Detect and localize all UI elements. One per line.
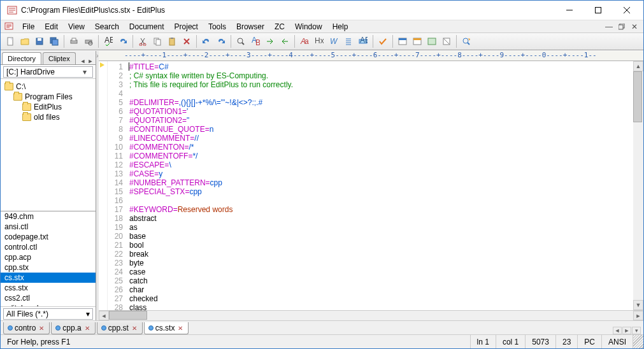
redo-button-2[interactable] xyxy=(214,34,228,48)
toolbar: ABC AB Aa Hx W AB xyxy=(1,32,643,50)
statusbar: For Help, press F1 ln 1 col 1 5073 23 PC… xyxy=(1,334,643,348)
save-button[interactable] xyxy=(32,34,47,48)
menu-view[interactable]: View xyxy=(63,21,90,32)
close-button[interactable] xyxy=(612,1,641,19)
close-icon[interactable]: ✕ xyxy=(132,325,137,332)
vertical-scrollbar[interactable]: ▲ ▼ xyxy=(633,61,643,310)
menu-help[interactable]: Help xyxy=(327,21,354,32)
scroll-left-button[interactable]: ◄ xyxy=(99,311,109,320)
menu-window[interactable]: Window xyxy=(290,21,327,32)
replace-button[interactable]: AB xyxy=(248,34,262,48)
file-icon xyxy=(8,325,13,331)
status-help: For Help, press F1 xyxy=(1,335,471,348)
open-file-button[interactable] xyxy=(18,34,32,48)
save-all-button[interactable] xyxy=(47,34,61,48)
close-icon[interactable]: ✕ xyxy=(39,325,44,332)
tree-item[interactable]: old files xyxy=(2,112,94,122)
redo-button[interactable] xyxy=(116,34,130,48)
browser-button[interactable] xyxy=(396,34,410,48)
svg-text:AB: AB xyxy=(360,37,368,45)
browser-2-button[interactable] xyxy=(410,34,424,48)
vscroll-thumb[interactable] xyxy=(633,71,642,122)
tree-item[interactable]: EditPlus xyxy=(2,102,94,112)
doctab-csstx[interactable]: cs.stx✕ xyxy=(144,322,189,334)
doctab-cppst[interactable]: cpp.st✕ xyxy=(97,322,143,334)
doctab-scroll-left[interactable]: ◄ xyxy=(613,327,622,334)
folder-tree[interactable]: C:\Program FilesEditPlusold files xyxy=(1,79,96,211)
horizontal-scrollbar[interactable]: ◄ ► xyxy=(99,310,643,320)
menu-tools[interactable]: Tools xyxy=(203,21,231,32)
file-row[interactable]: codepage.txt xyxy=(1,232,96,242)
check-button[interactable] xyxy=(376,34,390,48)
tab-scroll-right[interactable]: ► xyxy=(87,58,94,64)
ruler-button[interactable]: AB xyxy=(356,34,370,48)
resize-grip[interactable] xyxy=(633,335,643,348)
scroll-up-button[interactable]: ▲ xyxy=(633,61,643,71)
drive-select[interactable]: [C:] HardDrive▾ xyxy=(3,66,93,78)
file-list[interactable]: 949.chmansi.ctlcodepage.txtcontrol.ctlcp… xyxy=(1,211,96,306)
file-row[interactable]: css2.ctl xyxy=(1,293,96,303)
menu-browser[interactable]: Browser xyxy=(231,21,269,32)
copy-button[interactable] xyxy=(150,34,164,48)
file-row[interactable]: css.stx xyxy=(1,283,96,293)
linenum-button[interactable] xyxy=(341,34,355,48)
file-row[interactable]: cpp.acp xyxy=(1,252,96,262)
tool-button[interactable] xyxy=(425,34,439,48)
file-row[interactable]: cs.stx xyxy=(1,273,96,283)
svg-rect-9 xyxy=(52,39,58,45)
tree-item[interactable]: C:\ xyxy=(2,82,94,92)
ruler: ----+----1----+----2----+----3----+----4… xyxy=(99,51,643,61)
tab-scroll-left[interactable]: ◄ xyxy=(79,58,87,64)
font-button[interactable]: Aa xyxy=(297,34,311,48)
svg-rect-31 xyxy=(399,38,406,40)
cut-button[interactable] xyxy=(136,34,150,48)
filter-select[interactable]: All Files (*.*)▾ xyxy=(3,308,93,320)
hex-button[interactable]: Hx xyxy=(312,34,326,48)
mdi-restore-button[interactable] xyxy=(616,22,627,32)
mdi-minimize-button[interactable]: — xyxy=(603,22,615,32)
minimize-button[interactable] xyxy=(555,1,583,19)
mdi-close-button[interactable]: ✕ xyxy=(629,22,640,32)
menu-search[interactable]: Search xyxy=(90,21,124,32)
scroll-down-button[interactable]: ▼ xyxy=(633,300,643,310)
marker-bar[interactable] xyxy=(99,61,108,310)
hscroll-thumb[interactable] xyxy=(109,311,147,320)
menu-zc[interactable]: ZC xyxy=(269,21,290,32)
tab-cliptext[interactable]: Cliptex xyxy=(43,52,76,64)
print-preview-button[interactable] xyxy=(82,34,96,48)
paste-button[interactable] xyxy=(165,34,179,48)
find-button[interactable] xyxy=(234,34,248,48)
close-icon[interactable]: ✕ xyxy=(85,325,90,332)
tab-directory[interactable]: Directory xyxy=(2,52,41,64)
folder-icon xyxy=(4,83,13,90)
file-row[interactable]: control.ctl xyxy=(1,242,96,252)
menu-edit[interactable]: Edit xyxy=(39,21,63,32)
file-icon xyxy=(101,325,106,331)
menu-project[interactable]: Project xyxy=(169,21,203,32)
maximize-button[interactable] xyxy=(583,1,612,19)
doctab-menu[interactable]: ▾ xyxy=(632,327,641,334)
goto-button[interactable] xyxy=(263,34,277,48)
doctab-cppa[interactable]: cpp.a✕ xyxy=(51,322,95,334)
settings-button[interactable] xyxy=(440,34,454,48)
delete-button[interactable] xyxy=(180,34,194,48)
titlebar: C:\Program Files\EditPlus\cs.stx - EditP… xyxy=(1,1,643,20)
undo-button[interactable] xyxy=(199,34,213,48)
doctab-scroll-right[interactable]: ► xyxy=(622,327,631,334)
file-row[interactable]: ansi.ctl xyxy=(1,222,96,232)
scroll-right-button[interactable]: ► xyxy=(633,311,643,320)
doctab-contro[interactable]: contro✕ xyxy=(3,322,50,334)
spell-check-button[interactable]: ABC xyxy=(101,34,115,48)
code-area[interactable]: #TITLE=C#; C# syntax file written by ES-… xyxy=(127,61,633,310)
goto-back-button[interactable] xyxy=(278,34,292,48)
tree-item[interactable]: Program Files xyxy=(2,92,94,102)
close-icon[interactable]: ✕ xyxy=(178,325,183,332)
file-row[interactable]: 949.chm xyxy=(1,211,96,222)
file-row[interactable]: cpp.stx xyxy=(1,262,96,273)
wordwrap-button[interactable]: W xyxy=(327,34,341,48)
run-button[interactable] xyxy=(459,34,473,48)
new-file-button[interactable] xyxy=(3,34,17,48)
menu-file[interactable]: File xyxy=(17,21,39,32)
menu-document[interactable]: Document xyxy=(124,21,169,32)
print-button[interactable] xyxy=(67,34,81,48)
